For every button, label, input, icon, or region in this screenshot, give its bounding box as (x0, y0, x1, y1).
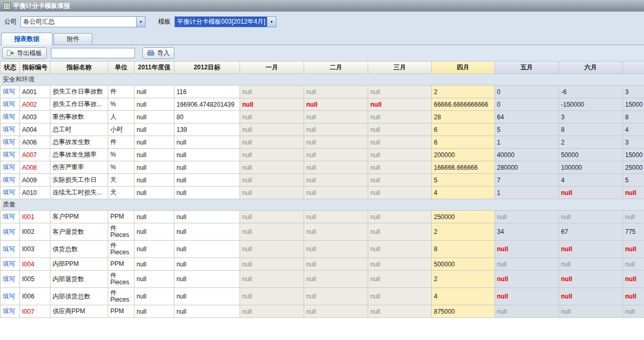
month-cell: null (304, 149, 368, 161)
month-cell: null (623, 258, 644, 271)
month-cell: null (368, 98, 432, 111)
unit-cell: 件 (108, 136, 134, 149)
indicator-code: A004 (20, 123, 50, 136)
month-cell: 1 (495, 136, 559, 149)
month-cell: null (368, 241, 432, 258)
fill-link[interactable]: 填写 (3, 307, 15, 315)
month-cell: 5 (623, 174, 644, 187)
fill-link[interactable]: 填写 (3, 293, 15, 300)
month-cell: null (240, 161, 304, 174)
unit-cell: 件 (108, 86, 134, 98)
column-header (623, 61, 644, 74)
fill-link[interactable]: 填写 (3, 228, 15, 235)
table-row: 填写A007总事故发生频率%nullnullnullnullnull200000… (1, 149, 644, 161)
filter-toolbar: 公司 各公司汇总 ▼ 模板 平衡计分卡模板003[2012年4月] ▼ (0, 12, 644, 32)
value-2011-cell: null (134, 98, 174, 111)
month-cell: null (495, 271, 559, 288)
month-cell: 8 (432, 241, 495, 258)
status-cell: 填写 (1, 123, 20, 136)
month-cell: null (240, 271, 304, 288)
column-header: 指标编号 (20, 61, 50, 74)
fill-link[interactable]: 填写 (3, 138, 15, 146)
target-2012-cell: null (174, 223, 240, 241)
app-window: 平衡计分卡模板填报 公司 各公司汇总 ▼ 模板 平衡计分卡模板003[2012年… (0, 0, 644, 340)
value-2011-cell: null (134, 288, 174, 305)
tab-label: 附件 (67, 35, 79, 43)
page-title: 平衡计分卡模板填报 (13, 2, 70, 11)
section-row: 质量 (1, 199, 644, 211)
month-cell: null (240, 86, 304, 98)
month-cell: 6 (432, 136, 495, 149)
month-cell: 8 (623, 111, 644, 123)
fill-link[interactable]: 填写 (3, 275, 15, 283)
month-cell: -150000 (559, 98, 623, 111)
fill-link[interactable]: 填写 (3, 151, 15, 158)
template-select[interactable]: 平衡计分卡模板003[2012年4月] ▼ (174, 16, 276, 27)
month-cell: 100000 (559, 161, 623, 174)
export-template-button[interactable]: 导出模板 (2, 47, 47, 59)
table-row: 填写A004总工时小时null139nullnullnull6584 (1, 123, 644, 136)
fill-link[interactable]: 填写 (3, 260, 15, 267)
tab-bar: 报表数据 附件 (0, 32, 644, 45)
month-cell: null (240, 288, 304, 305)
month-cell: null (559, 241, 623, 258)
month-cell: null (495, 211, 559, 223)
indicator-code: I001 (20, 211, 50, 223)
month-cell: null (240, 174, 304, 187)
month-cell: null (559, 258, 623, 271)
indicator-code: I004 (20, 258, 50, 271)
chevron-down-icon[interactable]: ▼ (267, 17, 276, 27)
month-cell: 0 (495, 98, 559, 111)
month-cell: 4 (432, 288, 495, 305)
month-cell: 6 (432, 123, 495, 136)
fill-link[interactable]: 填写 (3, 126, 15, 133)
month-cell: 64 (495, 111, 559, 123)
month-cell: 250000 (432, 211, 495, 223)
column-header: 2011年度值 (134, 61, 174, 74)
month-cell: null (304, 305, 368, 318)
fill-link[interactable]: 填写 (3, 88, 15, 95)
fill-link[interactable]: 填写 (3, 100, 15, 108)
month-cell: 2 (432, 86, 495, 98)
target-2012-cell: null (174, 136, 240, 149)
fill-link[interactable]: 填写 (3, 113, 15, 120)
indicator-code: A002 (20, 98, 50, 111)
company-select-value: 各公司汇总 (21, 17, 136, 27)
import-button[interactable]: 导入 (142, 47, 174, 59)
table-row: 填写I001客户PPMPPMnullnullnullnullnull250000… (1, 211, 644, 223)
target-2012-cell: 139 (174, 123, 240, 136)
month-cell: null (559, 187, 623, 199)
indicator-name: 损失工作日事故数 (50, 86, 108, 98)
table-row: 填写A009实际损失工作日天nullnullnullnullnull5745 (1, 174, 644, 187)
fill-link[interactable]: 填写 (3, 189, 15, 196)
table-row: 填写A001损失工作日事故数件null116nullnullnull20-63 (1, 86, 644, 98)
tab-report-data[interactable]: 报表数据 (1, 33, 53, 45)
fill-link[interactable]: 填写 (3, 176, 15, 183)
target-2012-cell: 116 (174, 86, 240, 98)
company-select[interactable]: 各公司汇总 ▼ (20, 16, 146, 27)
action-bar: 导出模板 导入 (0, 45, 644, 61)
month-cell: 67 (559, 223, 623, 241)
month-cell: null (623, 288, 644, 305)
status-cell: 填写 (1, 98, 20, 111)
title-bar: 平衡计分卡模板填报 (0, 0, 644, 12)
status-cell: 填写 (1, 136, 20, 149)
fill-link[interactable]: 填写 (3, 163, 15, 171)
chevron-down-icon[interactable]: ▼ (136, 17, 145, 27)
month-cell: null (368, 271, 432, 288)
target-2012-cell: null (174, 258, 240, 271)
month-cell: null (368, 136, 432, 149)
month-cell: 3 (559, 111, 623, 123)
table-row: 填写I004内部PPMPPMnullnullnullnullnull500000… (1, 258, 644, 271)
import-file-input[interactable] (51, 48, 135, 58)
fill-link[interactable]: 填写 (3, 213, 15, 220)
value-2011-cell: null (134, 258, 174, 271)
fill-link[interactable]: 填写 (3, 245, 15, 253)
indicator-code: A001 (20, 86, 50, 98)
month-cell: null (240, 258, 304, 271)
value-2011-cell: null (134, 223, 174, 241)
month-cell: null (559, 211, 623, 223)
indicator-code: I007 (20, 305, 50, 318)
value-2011-cell: null (134, 174, 174, 187)
tab-attachments[interactable]: 附件 (54, 33, 92, 45)
